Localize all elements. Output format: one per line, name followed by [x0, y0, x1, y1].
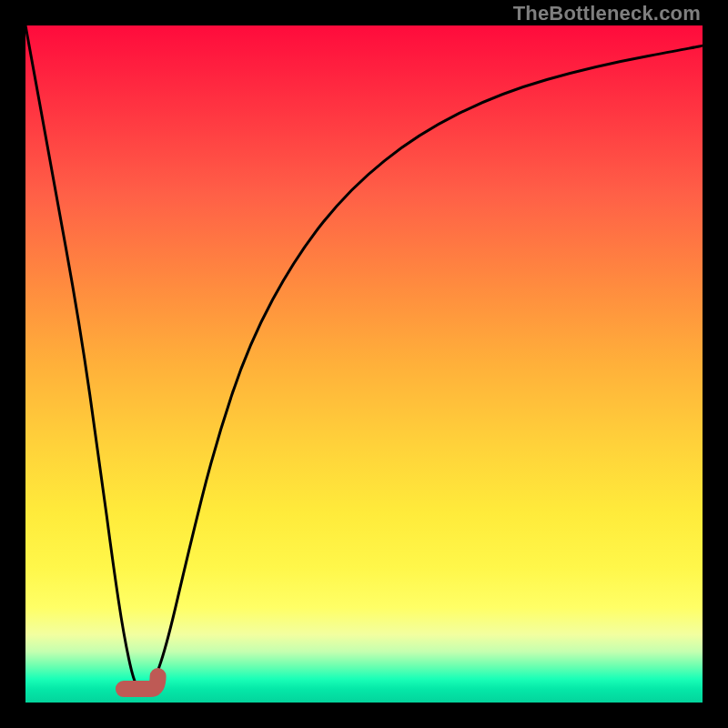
- chart-svg: [25, 25, 703, 703]
- chart-frame: TheBottleneck.com: [0, 0, 728, 728]
- watermark-text: TheBottleneck.com: [513, 2, 701, 25]
- bottleneck-curve: [25, 25, 703, 689]
- optimal-region-marker: [124, 676, 158, 689]
- plot-area: [25, 25, 703, 703]
